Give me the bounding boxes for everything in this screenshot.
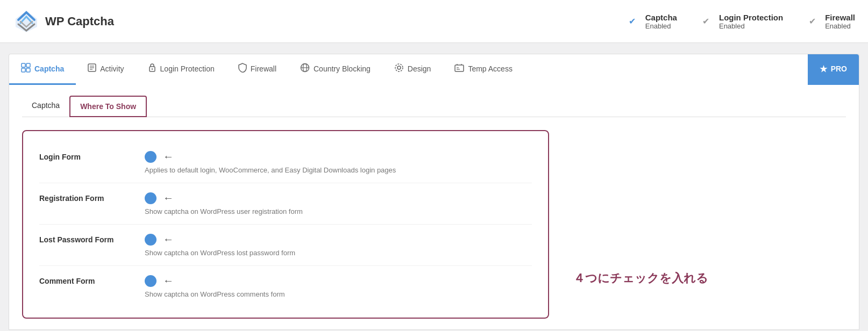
- svg-rect-1: [22, 63, 25, 67]
- sub-tab-captcha[interactable]: Captcha: [22, 96, 69, 117]
- registration-form-label: Registration Form: [39, 194, 136, 203]
- header-status-items: ✔ Captcha Enabled ✔ Login Protection Ena…: [625, 13, 855, 30]
- tab-login-protection-label: Login Protection: [160, 64, 215, 73]
- tab-design[interactable]: Design: [382, 54, 443, 85]
- status-login-protection: ✔ Login Protection Enabled: [699, 13, 783, 30]
- status-firewall: ✔ Firewall Enabled: [805, 13, 855, 30]
- lost-password-form-toggle[interactable]: [145, 234, 156, 246]
- registration-form-toggle[interactable]: [145, 192, 156, 204]
- logo-text: WP Captcha: [45, 15, 114, 28]
- captcha-status-title: Captcha: [645, 13, 677, 22]
- svg-rect-4: [26, 68, 30, 72]
- login-form-label: Login Form: [39, 153, 136, 161]
- comment-form-toggle[interactable]: [145, 275, 156, 287]
- login-form-description: Applies to default login, WooCommerce, a…: [145, 166, 532, 174]
- captcha-status-subtitle: Enabled: [645, 22, 677, 30]
- status-captcha: ✔ Captcha Enabled: [625, 13, 677, 30]
- lost-password-form-row-top: Lost Password Form ←: [39, 233, 532, 246]
- tab-captcha[interactable]: Captcha: [9, 54, 76, 85]
- comment-form-toggle-area[interactable]: ←: [145, 275, 174, 287]
- comment-form-description: Show captcha on WordPress comments form: [145, 290, 532, 298]
- svg-rect-3: [22, 68, 25, 72]
- tab-activity-label: Activity: [100, 64, 124, 73]
- comment-form-row-top: Comment Form ←: [39, 275, 532, 287]
- main-panel: Captcha Where To Show Login Form ← Appli…: [9, 85, 859, 330]
- svg-point-14: [397, 66, 401, 69]
- svg-rect-16: [455, 65, 464, 71]
- firewall-check-icon: ✔: [805, 14, 820, 29]
- tab-design-label: Design: [408, 64, 431, 73]
- svg-point-15: [395, 64, 403, 71]
- lost-password-form-label: Lost Password Form: [39, 235, 136, 244]
- registration-form-row-top: Registration Form ←: [39, 192, 532, 204]
- lost-password-form-toggle-area[interactable]: ←: [145, 233, 174, 246]
- country-blocking-tab-icon: [300, 63, 310, 75]
- login-protection-status-text: Login Protection Enabled: [719, 13, 783, 30]
- tab-pro-label: PRO: [831, 64, 847, 73]
- registration-form-row: Registration Form ← Show captcha on Word…: [39, 183, 532, 225]
- sub-tab-captcha-label: Captcha: [32, 101, 60, 110]
- registration-form-toggle-area[interactable]: ←: [145, 192, 174, 204]
- tab-temp-access[interactable]: Temp Access: [443, 54, 524, 85]
- login-protection-status-title: Login Protection: [719, 13, 783, 22]
- login-form-toggle[interactable]: [145, 151, 156, 163]
- lost-password-form-description: Show captcha on WordPress lost password …: [145, 249, 532, 257]
- tab-temp-access-label: Temp Access: [468, 64, 512, 73]
- tab-country-blocking[interactable]: Country Blocking: [288, 54, 382, 85]
- captcha-check-icon: ✔: [625, 14, 640, 29]
- logo-icon: [13, 8, 40, 35]
- tab-login-protection[interactable]: Login Protection: [136, 54, 226, 85]
- activity-tab-icon: [88, 63, 96, 74]
- logo-area: WP Captcha: [13, 8, 625, 35]
- login-form-row: Login Form ← Applies to default login, W…: [39, 142, 532, 183]
- captcha-tab-icon: [21, 63, 31, 75]
- temp-access-tab-icon: [454, 63, 464, 75]
- login-protection-status-subtitle: Enabled: [719, 22, 783, 30]
- login-form-toggle-area[interactable]: ←: [145, 150, 174, 163]
- firewall-status-title: Firewall: [825, 13, 855, 22]
- registration-form-description: Show captcha on WordPress user registrat…: [145, 207, 532, 215]
- comment-form-arrow-icon: ←: [163, 275, 174, 287]
- svg-point-10: [151, 68, 152, 69]
- svg-rect-2: [26, 63, 30, 67]
- captcha-status-text: Captcha Enabled: [645, 13, 677, 30]
- sub-tab-where-to-show-label: Where To Show: [80, 102, 136, 111]
- comment-form-row: Comment Form ← Show captcha on WordPress…: [39, 266, 532, 307]
- settings-box: Login Form ← Applies to default login, W…: [22, 130, 549, 319]
- lost-password-form-row: Lost Password Form ← Show captcha on Wor…: [39, 225, 532, 266]
- main-content: Captcha Activity Login Protection Firewa…: [0, 43, 868, 331]
- tab-firewall[interactable]: Firewall: [226, 54, 288, 85]
- tab-firewall-label: Firewall: [251, 64, 276, 73]
- comment-form-label: Comment Form: [39, 277, 136, 285]
- login-protection-tab-icon: [148, 63, 156, 75]
- firewall-status-text: Firewall Enabled: [825, 13, 855, 30]
- login-form-row-top: Login Form ←: [39, 150, 532, 163]
- pro-tab-icon: ★: [820, 64, 827, 74]
- sub-tab-where-to-show[interactable]: Where To Show: [69, 96, 147, 117]
- tabs-bar: Captcha Activity Login Protection Firewa…: [9, 54, 859, 85]
- login-form-arrow-icon: ←: [163, 150, 174, 163]
- registration-form-arrow-icon: ←: [163, 192, 174, 204]
- sub-tabs: Captcha Where To Show: [22, 96, 846, 117]
- annotation-text: ４つにチェックを入れる: [573, 270, 708, 286]
- lost-password-form-arrow-icon: ←: [163, 233, 174, 246]
- tab-captcha-label: Captcha: [34, 64, 64, 73]
- firewall-status-subtitle: Enabled: [825, 22, 855, 30]
- login-protection-check-icon: ✔: [699, 14, 714, 29]
- design-tab-icon: [394, 63, 404, 75]
- tab-pro[interactable]: ★ PRO: [808, 54, 859, 85]
- tab-country-blocking-label: Country Blocking: [314, 64, 371, 73]
- tab-activity[interactable]: Activity: [76, 54, 136, 85]
- header: WP Captcha ✔ Captcha Enabled ✔ Login Pro…: [0, 0, 868, 43]
- firewall-tab-icon: [238, 63, 247, 75]
- svg-marker-0: [16, 11, 37, 32]
